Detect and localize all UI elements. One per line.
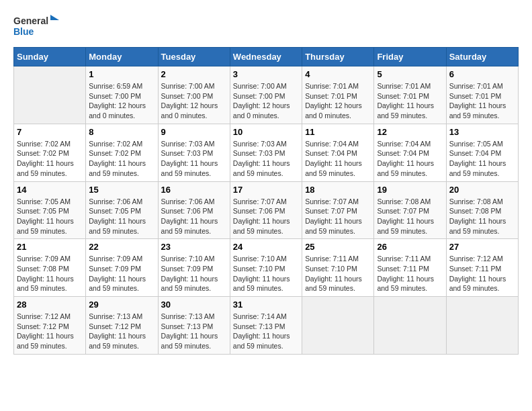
day-info: Sunrise: 7:14 AM Sunset: 7:13 PM Dayligh… — [233, 312, 299, 351]
svg-text:Blue: Blue — [13, 26, 34, 37]
day-cell: 18Sunrise: 7:07 AM Sunset: 7:07 PM Dayli… — [302, 181, 374, 239]
day-info: Sunrise: 7:01 AM Sunset: 7:01 PM Dayligh… — [449, 81, 515, 121]
day-cell: 17Sunrise: 7:07 AM Sunset: 7:06 PM Dayli… — [230, 181, 302, 239]
day-info: Sunrise: 7:03 AM Sunset: 7:03 PM Dayligh… — [161, 139, 227, 179]
header-cell-sunday: Sunday — [14, 48, 86, 66]
day-cell: 4Sunrise: 7:01 AM Sunset: 7:01 PM Daylig… — [302, 66, 374, 124]
day-number: 3 — [233, 69, 299, 79]
svg-text:General: General — [13, 15, 48, 26]
day-info: Sunrise: 7:01 AM Sunset: 7:01 PM Dayligh… — [305, 81, 371, 121]
day-info: Sunrise: 7:00 AM Sunset: 7:00 PM Dayligh… — [161, 81, 227, 121]
day-number: 9 — [161, 127, 227, 137]
day-number: 17 — [233, 185, 299, 195]
header-cell-wednesday: Wednesday — [230, 48, 302, 66]
day-cell: 2Sunrise: 7:00 AM Sunset: 7:00 PM Daylig… — [158, 66, 230, 124]
day-info: Sunrise: 7:08 AM Sunset: 7:08 PM Dayligh… — [449, 197, 515, 236]
day-cell: 7Sunrise: 7:02 AM Sunset: 7:02 PM Daylig… — [14, 124, 86, 181]
calendar-table: SundayMondayTuesdayWednesdayThursdayFrid… — [13, 47, 519, 355]
day-number: 23 — [161, 242, 227, 252]
day-cell: 8Sunrise: 7:02 AM Sunset: 7:02 PM Daylig… — [86, 124, 158, 181]
day-number: 19 — [377, 185, 443, 195]
day-number: 10 — [233, 127, 299, 137]
header-cell-friday: Friday — [374, 48, 446, 66]
day-info: Sunrise: 7:06 AM Sunset: 7:05 PM Dayligh… — [89, 197, 154, 236]
day-cell: 9Sunrise: 7:03 AM Sunset: 7:03 PM Daylig… — [158, 124, 230, 181]
day-number: 14 — [17, 185, 83, 195]
day-number: 8 — [89, 127, 154, 137]
day-cell: 11Sunrise: 7:04 AM Sunset: 7:04 PM Dayli… — [302, 124, 374, 181]
day-number: 31 — [233, 300, 299, 310]
svg-marker-1 — [50, 15, 59, 20]
day-info: Sunrise: 7:11 AM Sunset: 7:11 PM Dayligh… — [377, 254, 443, 293]
day-number: 2 — [161, 69, 227, 79]
day-number: 7 — [17, 127, 83, 137]
week-row-0: 1Sunrise: 6:59 AM Sunset: 7:00 PM Daylig… — [14, 66, 519, 124]
day-info: Sunrise: 7:13 AM Sunset: 7:13 PM Dayligh… — [161, 312, 227, 351]
day-cell — [446, 297, 518, 355]
logo: GeneralBlue — [13, 13, 60, 40]
day-number: 26 — [377, 242, 443, 252]
day-info: Sunrise: 7:05 AM Sunset: 7:05 PM Dayligh… — [17, 197, 83, 236]
day-cell: 24Sunrise: 7:10 AM Sunset: 7:10 PM Dayli… — [230, 239, 302, 297]
day-cell: 25Sunrise: 7:11 AM Sunset: 7:10 PM Dayli… — [302, 239, 374, 297]
day-info: Sunrise: 7:01 AM Sunset: 7:01 PM Dayligh… — [377, 81, 443, 121]
day-info: Sunrise: 7:10 AM Sunset: 7:10 PM Dayligh… — [233, 254, 299, 293]
day-info: Sunrise: 7:04 AM Sunset: 7:04 PM Dayligh… — [377, 139, 443, 179]
day-number: 29 — [89, 300, 154, 310]
day-cell: 31Sunrise: 7:14 AM Sunset: 7:13 PM Dayli… — [230, 297, 302, 355]
calendar-header: SundayMondayTuesdayWednesdayThursdayFrid… — [14, 48, 519, 66]
day-number: 24 — [233, 242, 299, 252]
day-info: Sunrise: 7:09 AM Sunset: 7:08 PM Dayligh… — [17, 254, 83, 293]
day-number: 16 — [161, 185, 227, 195]
day-number: 28 — [17, 300, 83, 310]
day-number: 1 — [89, 69, 154, 79]
day-cell: 23Sunrise: 7:10 AM Sunset: 7:09 PM Dayli… — [158, 239, 230, 297]
day-cell: 14Sunrise: 7:05 AM Sunset: 7:05 PM Dayli… — [14, 181, 86, 239]
day-cell: 3Sunrise: 7:00 AM Sunset: 7:00 PM Daylig… — [230, 66, 302, 124]
day-number: 12 — [377, 127, 443, 137]
header-cell-thursday: Thursday — [302, 48, 374, 66]
header-cell-tuesday: Tuesday — [158, 48, 230, 66]
day-info: Sunrise: 7:04 AM Sunset: 7:04 PM Dayligh… — [305, 139, 371, 179]
day-cell: 22Sunrise: 7:09 AM Sunset: 7:09 PM Dayli… — [86, 239, 158, 297]
day-number: 30 — [161, 300, 227, 310]
day-cell: 10Sunrise: 7:03 AM Sunset: 7:03 PM Dayli… — [230, 124, 302, 181]
day-cell: 12Sunrise: 7:04 AM Sunset: 7:04 PM Dayli… — [374, 124, 446, 181]
header-cell-monday: Monday — [86, 48, 158, 66]
day-cell — [302, 297, 374, 355]
day-number: 13 — [449, 127, 515, 137]
day-info: Sunrise: 7:02 AM Sunset: 7:02 PM Dayligh… — [17, 139, 83, 179]
day-cell — [374, 297, 446, 355]
day-number: 20 — [449, 185, 515, 195]
day-info: Sunrise: 7:11 AM Sunset: 7:10 PM Dayligh… — [305, 254, 371, 293]
day-info: Sunrise: 7:07 AM Sunset: 7:07 PM Dayligh… — [305, 197, 371, 236]
day-number: 22 — [89, 242, 154, 252]
day-cell: 27Sunrise: 7:12 AM Sunset: 7:11 PM Dayli… — [446, 239, 518, 297]
day-number: 4 — [305, 69, 371, 79]
week-row-4: 28Sunrise: 7:12 AM Sunset: 7:12 PM Dayli… — [14, 297, 519, 355]
day-cell: 21Sunrise: 7:09 AM Sunset: 7:08 PM Dayli… — [14, 239, 86, 297]
day-cell: 29Sunrise: 7:13 AM Sunset: 7:12 PM Dayli… — [86, 297, 158, 355]
day-info: Sunrise: 7:08 AM Sunset: 7:07 PM Dayligh… — [377, 197, 443, 236]
day-cell: 6Sunrise: 7:01 AM Sunset: 7:01 PM Daylig… — [446, 66, 518, 124]
day-number: 6 — [449, 69, 515, 79]
day-cell: 20Sunrise: 7:08 AM Sunset: 7:08 PM Dayli… — [446, 181, 518, 239]
day-cell: 13Sunrise: 7:05 AM Sunset: 7:04 PM Dayli… — [446, 124, 518, 181]
day-info: Sunrise: 7:07 AM Sunset: 7:06 PM Dayligh… — [233, 197, 299, 236]
day-info: Sunrise: 7:03 AM Sunset: 7:03 PM Dayligh… — [233, 139, 299, 179]
day-info: Sunrise: 7:02 AM Sunset: 7:02 PM Dayligh… — [89, 139, 154, 179]
header-row: SundayMondayTuesdayWednesdayThursdayFrid… — [14, 48, 519, 66]
day-cell: 5Sunrise: 7:01 AM Sunset: 7:01 PM Daylig… — [374, 66, 446, 124]
day-info: Sunrise: 7:05 AM Sunset: 7:04 PM Dayligh… — [449, 139, 515, 179]
day-cell — [14, 66, 86, 124]
day-cell: 30Sunrise: 7:13 AM Sunset: 7:13 PM Dayli… — [158, 297, 230, 355]
day-info: Sunrise: 7:13 AM Sunset: 7:12 PM Dayligh… — [89, 312, 154, 351]
day-number: 5 — [377, 69, 443, 79]
logo-svg: GeneralBlue — [13, 13, 60, 40]
day-cell: 15Sunrise: 7:06 AM Sunset: 7:05 PM Dayli… — [86, 181, 158, 239]
day-number: 25 — [305, 242, 371, 252]
day-number: 11 — [305, 127, 371, 137]
day-info: Sunrise: 7:06 AM Sunset: 7:06 PM Dayligh… — [161, 197, 227, 236]
day-info: Sunrise: 7:12 AM Sunset: 7:11 PM Dayligh… — [449, 254, 515, 293]
day-cell: 16Sunrise: 7:06 AM Sunset: 7:06 PM Dayli… — [158, 181, 230, 239]
